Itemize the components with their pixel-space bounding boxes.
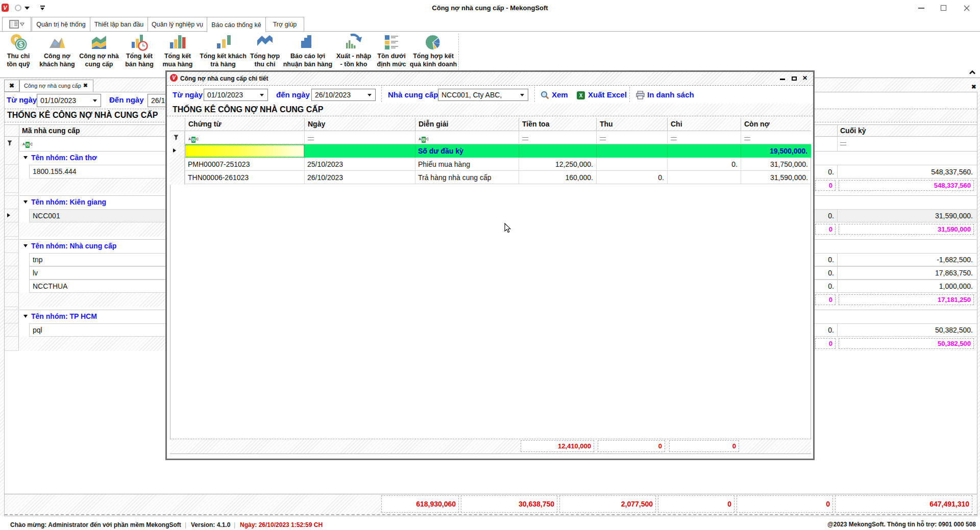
svg-text:$: $ <box>19 40 23 48</box>
